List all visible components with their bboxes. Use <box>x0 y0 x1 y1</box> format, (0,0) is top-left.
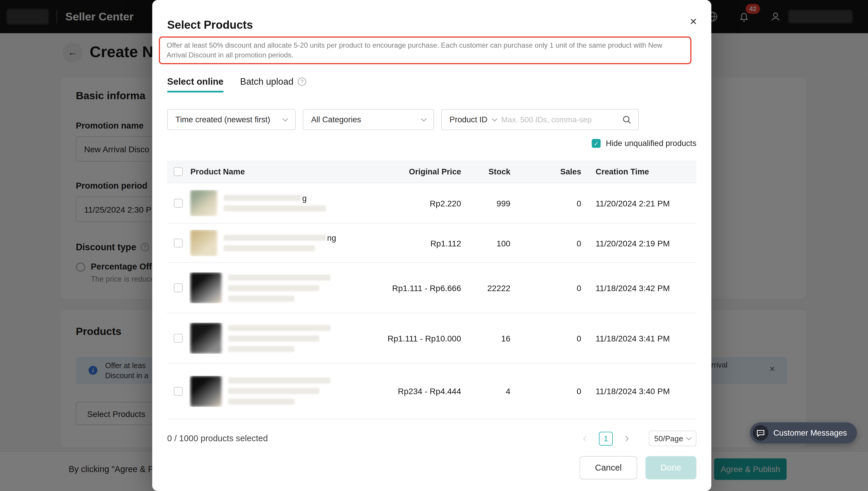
creation-time-cell: 11/18/2024 3:40 PM <box>581 386 697 396</box>
modal-tabs: Select online Batch upload ? <box>167 77 306 87</box>
select-products-modal: Select Products × Offer at least 50% dis… <box>152 0 711 491</box>
customer-messages-button[interactable]: Customer Messages <box>750 422 857 443</box>
stock-cell: 100 <box>461 238 510 248</box>
creation-time-cell: 11/20/2024 2:19 PM <box>581 238 697 248</box>
header-original-price: Original Price <box>354 167 461 176</box>
table-header-row: Product Name Original Price Stock Sales … <box>167 161 696 183</box>
table-row: ng Rp1.112 100 0 11/20/2024 2:19 PM <box>167 224 696 263</box>
hide-unqualified-checkbox[interactable]: ✓ <box>592 139 601 148</box>
product-id-input[interactable] <box>501 115 617 124</box>
table-row: Rp234 - Rp4.444 4 0 11/18/2024 3:40 PM <box>167 364 696 419</box>
id-type-select[interactable]: Product ID <box>449 115 487 124</box>
hide-unqualified-row: ✓ Hide unqualified products <box>592 139 696 148</box>
select-all-checkbox[interactable] <box>174 167 183 176</box>
stock-cell: 999 <box>461 198 510 208</box>
product-name-redacted <box>191 272 354 304</box>
tab-batch-upload[interactable]: Batch upload <box>240 77 293 87</box>
close-icon[interactable]: × <box>690 16 697 28</box>
table-row: g Rp2.220 999 0 11/20/2024 2:21 PM <box>167 183 696 224</box>
page-size-value: 50/Page <box>654 434 683 443</box>
check-icon: ✓ <box>594 140 599 147</box>
creation-time-cell: 11/18/2024 3:41 PM <box>581 334 697 343</box>
chevron-down-icon[interactable] <box>492 116 497 122</box>
customer-messages-label: Customer Messages <box>773 429 847 437</box>
header-product-name: Product Name <box>189 167 354 176</box>
original-price-cell: Rp234 - Rp4.444 <box>354 386 461 396</box>
header-sales: Sales <box>510 167 581 176</box>
cancel-button[interactable]: Cancel <box>580 456 637 480</box>
chevron-right-icon <box>623 436 628 441</box>
chevron-down-icon <box>421 116 426 122</box>
original-price-cell: Rp2.220 <box>354 198 461 208</box>
original-price-cell: Rp1.111 - Rp6.666 <box>354 283 461 293</box>
sales-cell: 0 <box>510 198 581 208</box>
products-table: Product Name Original Price Stock Sales … <box>167 161 696 419</box>
stock-cell: 22222 <box>461 283 510 293</box>
chat-bubble-icon <box>753 425 768 441</box>
hide-unqualified-label: Hide unqualified products <box>606 139 697 148</box>
search-icon[interactable] <box>622 115 632 124</box>
table-row: Rp1.111 - Rp10.000 16 0 11/18/2024 3:41 … <box>167 313 696 364</box>
product-name-redacted: g <box>191 190 354 216</box>
sales-cell: 0 <box>510 386 581 396</box>
row-checkbox[interactable] <box>174 334 183 343</box>
batch-upload-help-icon[interactable]: ? <box>298 78 306 86</box>
tab-select-online[interactable]: Select online <box>167 77 223 87</box>
product-thumbnail <box>191 230 217 256</box>
sort-select-value: Time created (newest first) <box>175 115 270 124</box>
discount-notice: Offer at least 50% discount and allocate… <box>159 36 692 64</box>
modal-actions: Cancel Done <box>580 456 696 480</box>
category-select-value: All Categories <box>311 115 361 124</box>
creation-time-cell: 11/20/2024 2:21 PM <box>581 198 697 208</box>
row-checkbox[interactable] <box>174 283 183 292</box>
chevron-left-icon <box>583 436 589 441</box>
sales-cell: 0 <box>510 283 581 293</box>
sales-cell: 0 <box>510 334 581 343</box>
app-viewport: Seller Center 42 ← Create N Basic inform… <box>0 0 868 491</box>
tab-batch-upload-group: Batch upload ? <box>240 77 306 87</box>
creation-time-cell: 11/18/2024 3:42 PM <box>581 283 697 293</box>
page-size-select[interactable]: 50/Page <box>649 431 697 446</box>
product-name-fragment: ng <box>327 233 336 242</box>
next-page-button[interactable] <box>619 431 633 445</box>
filters-row: Time created (newest first) All Categori… <box>167 109 639 130</box>
row-checkbox[interactable] <box>174 239 183 248</box>
sort-select[interactable]: Time created (newest first) <box>167 109 296 130</box>
header-creation-time: Creation Time <box>581 167 697 176</box>
product-name-redacted <box>191 376 354 407</box>
product-thumbnail <box>191 323 222 354</box>
chevron-down-icon <box>686 435 692 440</box>
selection-summary: 0 / 1000 products selected <box>167 434 268 443</box>
product-id-search-group: Product ID <box>441 109 639 130</box>
done-button[interactable]: Done <box>646 456 697 480</box>
row-checkbox[interactable] <box>174 387 183 396</box>
stock-cell: 4 <box>461 386 510 396</box>
table-footer-row: 0 / 1000 products selected 1 50/Page <box>167 431 696 446</box>
product-name-redacted <box>191 323 354 354</box>
chevron-down-icon <box>283 116 288 122</box>
original-price-cell: Rp1.111 - Rp10.000 <box>354 334 461 343</box>
product-name-redacted: ng <box>191 230 354 256</box>
header-stock: Stock <box>461 167 510 176</box>
table-row: Rp1.111 - Rp6.666 22222 0 11/18/2024 3:4… <box>167 263 696 313</box>
modal-title: Select Products <box>167 18 253 32</box>
row-checkbox[interactable] <box>174 199 183 208</box>
product-thumbnail <box>191 376 222 407</box>
pagination: 1 50/Page <box>579 431 697 446</box>
stock-cell: 16 <box>461 334 510 343</box>
product-thumbnail <box>191 190 217 216</box>
product-name-fragment: g <box>302 193 307 202</box>
category-select[interactable]: All Categories <box>303 109 434 130</box>
current-page[interactable]: 1 <box>599 431 613 445</box>
product-thumbnail <box>191 272 222 304</box>
original-price-cell: Rp1.112 <box>354 238 461 248</box>
previous-page-button[interactable] <box>579 431 593 445</box>
sales-cell: 0 <box>510 238 581 248</box>
